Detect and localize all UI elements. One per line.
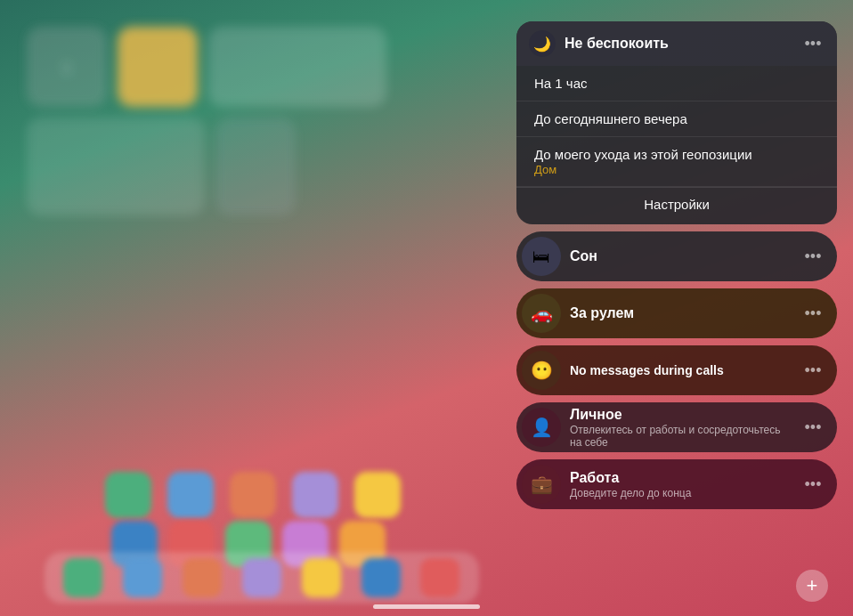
chevron-right-icon: ›: [62, 53, 70, 81]
dock-app-icon: [362, 558, 401, 597]
focus-mode-nomsg[interactable]: 😶 No messages during calls •••: [516, 345, 837, 395]
work-icon: 💼: [522, 465, 561, 504]
app-icons-row: [27, 472, 479, 518]
work-label: Работа: [570, 470, 792, 486]
personal-label: Личное: [570, 407, 792, 423]
dock-app-icon: [183, 558, 222, 597]
dnd-more-button[interactable]: •••: [801, 32, 825, 55]
background-widgets: ›: [27, 27, 479, 527]
dock-app-icon: [302, 558, 341, 597]
dock-app-icon: [242, 558, 281, 597]
focus-mode-drive[interactable]: 🚗 За рулем •••: [516, 288, 837, 338]
drive-label: За рулем: [570, 305, 792, 321]
dnd-header: 🌙 Не беспокоить •••: [516, 21, 837, 66]
personal-more-button[interactable]: •••: [801, 416, 825, 439]
app-icon: [230, 472, 276, 518]
app-icon: [354, 472, 401, 518]
home-indicator: [373, 604, 480, 609]
sleep-more-button[interactable]: •••: [801, 245, 825, 268]
dnd-title: Не беспокоить: [565, 36, 792, 52]
dock-app-icon: [123, 558, 162, 597]
dock-app-icon: [63, 558, 102, 597]
personal-icon: 👤: [522, 408, 561, 447]
personal-sublabel: Отвлекитесь от работы и сосредоточьтесь …: [570, 424, 792, 449]
personal-text: Личное Отвлекитесь от работы и сосредото…: [570, 407, 792, 449]
focus-mode-work[interactable]: 💼 Работа Доведите дело до конца •••: [516, 459, 837, 509]
moon-icon: 🌙: [529, 30, 556, 57]
work-text: Работа Доведите дело до конца: [570, 470, 792, 499]
dock-app-icon: [420, 558, 459, 597]
sleep-label: Сон: [570, 248, 792, 264]
app-icon: [167, 472, 214, 518]
work-more-button[interactable]: •••: [801, 473, 825, 496]
dnd-option-location-sub: Дом: [534, 163, 819, 176]
app-icon: [105, 472, 151, 518]
nomsg-text: No messages during calls: [570, 362, 792, 378]
focus-mode-sleep[interactable]: 🛏 Сон •••: [516, 231, 837, 281]
nomsg-label: No messages during calls: [570, 362, 792, 378]
work-sublabel: Доведите дело до конца: [570, 487, 792, 499]
sleep-icon: 🛏: [522, 237, 561, 276]
nomsg-more-button[interactable]: •••: [801, 359, 825, 382]
dnd-option-tonight[interactable]: До сегодняшнего вечера: [516, 101, 837, 137]
nomsg-icon: 😶: [522, 351, 561, 390]
dock: [45, 552, 479, 604]
drive-icon: 🚗: [522, 294, 561, 333]
focus-mode-personal[interactable]: 👤 Личное Отвлекитесь от работы и сосредо…: [516, 402, 837, 452]
focus-panel: 🌙 Не беспокоить ••• На 1 час До сегодняш…: [516, 21, 837, 509]
dnd-option-location[interactable]: До моего ухода из этой геопозиции Дом: [516, 137, 837, 187]
add-focus-button[interactable]: +: [796, 570, 828, 602]
drive-more-button[interactable]: •••: [801, 302, 825, 325]
app-icon: [292, 472, 338, 518]
dnd-settings-button[interactable]: Настройки: [516, 187, 837, 221]
sleep-text: Сон: [570, 248, 792, 264]
dnd-option-1hour[interactable]: На 1 час: [516, 66, 837, 101]
dnd-option-location-main: До моего ухода из этой геопозиции: [534, 147, 819, 162]
dnd-options: На 1 час До сегодняшнего вечера До моего…: [516, 66, 837, 224]
dnd-card: 🌙 Не беспокоить ••• На 1 час До сегодняш…: [516, 21, 837, 224]
drive-text: За рулем: [570, 305, 792, 321]
